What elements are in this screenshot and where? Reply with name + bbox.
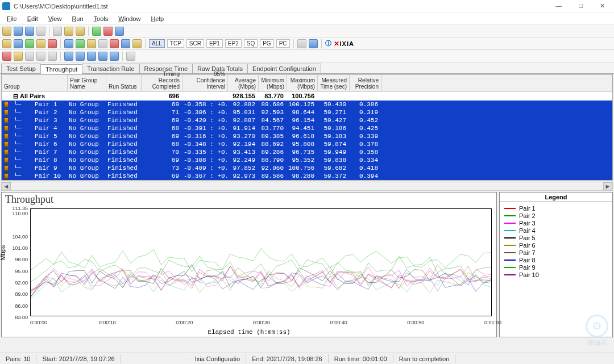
legend-item[interactable]: Pair 10 (504, 271, 608, 278)
tb3-icon[interactable] (36, 52, 45, 61)
col-minimum[interactable]: Minimum (Mbps) (259, 74, 287, 91)
legend-item[interactable]: Pair 6 (504, 241, 608, 249)
status-result: Ran to completion (393, 354, 456, 363)
menu-window[interactable]: Window (114, 14, 145, 23)
tab-endpoint-config[interactable]: Endpoint Configuration (247, 64, 321, 73)
tb3-icon[interactable] (64, 52, 73, 61)
col-group[interactable]: Group (2, 74, 68, 91)
legend-item[interactable]: Pair 2 (504, 212, 608, 219)
tb3-icon[interactable] (25, 52, 34, 61)
table-row[interactable]: └─ Pair 8 No Group Finished 69 -0.308 : … (2, 156, 612, 164)
table-row[interactable]: └─ Pair 10 No Group Finished 69 -0.367 :… (2, 172, 612, 180)
minimize-button[interactable]: — (552, 2, 565, 10)
filter-pc[interactable]: PC (276, 39, 290, 48)
status-end: End: 2021/7/28, 19:08:26 (246, 354, 329, 363)
tb2-icon[interactable] (297, 39, 306, 48)
legend-item[interactable]: Pair 8 (504, 256, 608, 263)
legend-item[interactable]: Pair 9 (504, 263, 608, 271)
print-icon[interactable] (36, 27, 45, 36)
row-icon (2, 157, 11, 163)
filter-ep1[interactable]: EP1 (206, 39, 223, 48)
table-row[interactable]: └─ Pair 1 No Group Finished 69 -0.358 : … (2, 101, 612, 108)
tb2-icon[interactable] (309, 39, 318, 48)
filter-sq[interactable]: SQ (244, 39, 258, 48)
legend-item[interactable]: Pair 1 (504, 204, 608, 212)
tb2-icon[interactable] (48, 39, 57, 48)
table-row[interactable]: └─ Pair 4 No Group Finished 68 -0.391 : … (2, 124, 612, 132)
tab-throughput[interactable]: Throughput (40, 64, 82, 74)
table-row[interactable]: └─ Pair 9 No Group Finished 73 -0.409 : … (2, 164, 612, 172)
col-measured[interactable]: Measured Time (sec) (318, 74, 350, 91)
menu-run[interactable]: Run (67, 14, 88, 23)
filter-tcp[interactable]: TCP (167, 39, 184, 48)
tb2-icon[interactable] (98, 39, 107, 48)
menu-tools[interactable]: Tools (89, 14, 113, 23)
menu-file[interactable]: File (2, 14, 22, 23)
delete-icon[interactable] (103, 27, 113, 36)
menu-edit[interactable]: Edit (23, 14, 43, 23)
table-row[interactable]: └─ Pair 7 No Group Finished 70 -0.335 : … (2, 148, 612, 156)
table-row[interactable]: └─ Pair 2 No Group Finished 71 -0.306 : … (2, 108, 612, 116)
tb2-icon[interactable] (76, 39, 85, 48)
tb2-icon[interactable] (121, 39, 130, 48)
collapse-icon[interactable]: ⊟ (11, 93, 18, 100)
col-run-status[interactable]: Run Status (106, 74, 142, 91)
col-maximum[interactable]: Maximum (Mbps) (287, 74, 318, 91)
scroll-left-icon[interactable]: ◄ (2, 182, 11, 190)
tb2-icon[interactable] (2, 39, 11, 48)
tab-test-setup[interactable]: Test Setup (1, 64, 41, 73)
tb2-icon[interactable] (110, 39, 119, 48)
copy2-icon[interactable] (92, 27, 101, 36)
table-row[interactable]: └─ Pair 5 No Group Finished 69 -0.316 : … (2, 132, 612, 140)
tb3-icon[interactable] (2, 52, 11, 61)
filter-ep2[interactable]: EP2 (225, 39, 242, 48)
tb2-icon[interactable] (64, 39, 73, 48)
scroll-right-icon[interactable]: ► (603, 182, 612, 190)
tb3-icon[interactable] (126, 52, 135, 61)
col-pair-group[interactable]: Pair Group Name (68, 74, 106, 91)
legend-item[interactable]: Pair 3 (504, 219, 608, 227)
col-confidence[interactable]: 95% Confidence Interval (182, 74, 228, 91)
filter-all[interactable]: ALL (149, 39, 165, 48)
tb2-icon[interactable] (25, 39, 34, 48)
col-relative[interactable]: Relative Precision (350, 74, 381, 91)
export-icon[interactable] (115, 27, 124, 36)
summary-row[interactable]: ⊟ All Pairs 696 928.155 83.770 100.756 (2, 91, 612, 101)
paste-icon[interactable] (76, 27, 85, 36)
col-timing[interactable]: Timing Records Completed (142, 74, 182, 91)
maximize-button[interactable]: □ (575, 2, 586, 10)
close-button[interactable]: ✕ (596, 2, 608, 10)
filter-pg[interactable]: PG (260, 39, 273, 48)
legend-swatch (504, 274, 516, 275)
copy-icon[interactable] (64, 27, 73, 36)
row-icon (2, 110, 11, 115)
open-icon[interactable] (14, 27, 23, 36)
table-row[interactable]: └─ Pair 6 No Group Finished 68 -0.348 : … (2, 140, 612, 148)
tb2-icon[interactable] (36, 39, 45, 48)
col-average[interactable]: Average (Mbps) (228, 74, 259, 91)
tb3-icon[interactable] (76, 52, 85, 61)
tb3-icon[interactable] (98, 52, 107, 61)
info-icon[interactable]: ⓘ (325, 39, 331, 48)
tb3-icon[interactable] (87, 52, 96, 61)
new-icon[interactable] (2, 27, 11, 36)
tb2-icon[interactable] (132, 39, 142, 48)
table-row[interactable]: └─ Pair 3 No Group Finished 69 -0.420 : … (2, 116, 612, 124)
legend-label: Pair 10 (519, 271, 539, 278)
save-icon[interactable] (25, 27, 34, 36)
tb3-icon[interactable] (110, 52, 119, 61)
tb2-icon[interactable] (87, 39, 96, 48)
tb3-icon[interactable] (14, 52, 23, 61)
horizontal-scrollbar[interactable]: ◄ ► (1, 182, 613, 191)
legend-item[interactable]: Pair 7 (504, 249, 608, 256)
tb2-icon[interactable] (14, 39, 23, 48)
legend-item[interactable]: Pair 5 (504, 234, 608, 241)
tb3-icon[interactable] (48, 52, 57, 61)
menu-view[interactable]: View (44, 14, 67, 23)
tab-transaction-rate[interactable]: Transaction Rate (82, 64, 139, 73)
cut-icon[interactable] (53, 27, 62, 36)
summary-avg: 928.155 (227, 93, 258, 99)
legend-item[interactable]: Pair 4 (504, 227, 608, 234)
filter-scr[interactable]: SCR (186, 39, 204, 48)
menu-help[interactable]: Help (146, 14, 168, 23)
